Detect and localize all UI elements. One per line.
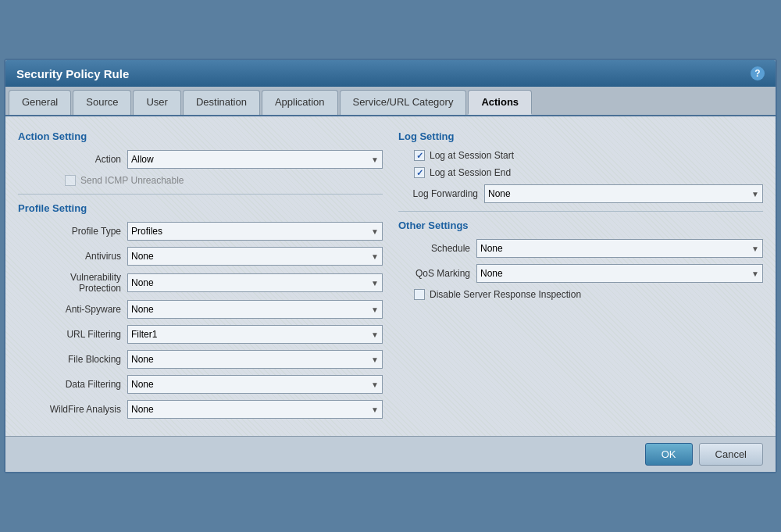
data-filtering-value: None: [131, 379, 368, 390]
qos-label: QoS Marking: [398, 268, 476, 279]
anti-spyware-arrow: ▼: [371, 305, 379, 314]
qos-value: None: [480, 268, 748, 279]
other-settings-title: Other Settings: [398, 220, 763, 231]
divider-2: [398, 211, 763, 212]
tab-source[interactable]: Source: [73, 90, 131, 115]
wildfire-value: None: [131, 404, 368, 415]
file-blocking-row: File Blocking None ▼: [18, 350, 383, 369]
vulnerability-select[interactable]: None ▼: [127, 273, 383, 292]
data-filtering-row: Data Filtering None ▼: [18, 375, 383, 394]
help-icon[interactable]: ?: [751, 66, 765, 80]
vulnerability-row: Vulnerability Protection None ▼: [18, 272, 383, 294]
action-select-arrow: ▼: [371, 155, 379, 164]
log-forwarding-label: Log Forwarding: [398, 188, 484, 199]
send-icmp-label: Send ICMP Unreachable: [80, 175, 184, 186]
ok-button[interactable]: OK: [645, 443, 693, 466]
data-filtering-label: Data Filtering: [18, 379, 127, 390]
action-row: Action Allow ▼: [18, 150, 383, 169]
log-forwarding-value: None: [488, 188, 748, 199]
antivirus-row: Antivirus None ▼: [18, 247, 383, 266]
profile-setting-title: Profile Setting: [18, 202, 383, 214]
anti-spyware-value: None: [131, 304, 368, 315]
schedule-label: Schedule: [398, 243, 476, 254]
wildfire-select[interactable]: None ▼: [127, 400, 383, 419]
data-filtering-select[interactable]: None ▼: [127, 375, 383, 394]
action-label: Action: [18, 154, 127, 165]
log-session-end-label: Log at Session End: [430, 167, 511, 178]
security-policy-dialog: Security Policy Rule ? General Source Us…: [4, 59, 777, 473]
file-blocking-label: File Blocking: [18, 354, 127, 365]
left-column: Action Setting Action Allow ▼ Send ICMP …: [18, 127, 383, 425]
dialog-titlebar: Security Policy Rule ?: [5, 60, 776, 87]
url-filtering-row: URL Filtering Filter1 ▼: [18, 325, 383, 344]
schedule-select[interactable]: None ▼: [476, 239, 763, 258]
disable-server-row: Disable Server Response Inspection: [398, 289, 763, 300]
file-blocking-value: None: [131, 354, 368, 365]
url-filtering-label: URL Filtering: [18, 329, 127, 340]
log-forwarding-arrow: ▼: [751, 190, 759, 198]
url-filtering-select[interactable]: Filter1 ▼: [127, 325, 383, 344]
log-session-end-row: Log at Session End: [398, 167, 763, 178]
file-blocking-select[interactable]: None ▼: [127, 350, 383, 369]
qos-arrow: ▼: [751, 270, 759, 278]
url-filtering-arrow: ▼: [371, 330, 379, 339]
qos-row: QoS Marking None ▼: [398, 264, 763, 283]
action-select[interactable]: Allow ▼: [127, 150, 383, 169]
send-icmp-checkbox[interactable]: [65, 175, 76, 186]
log-forwarding-select[interactable]: None ▼: [484, 184, 763, 203]
disable-server-label: Disable Server Response Inspection: [430, 289, 581, 300]
profile-type-select[interactable]: Profiles ▼: [127, 222, 383, 241]
antivirus-arrow: ▼: [371, 252, 379, 261]
antivirus-select[interactable]: None ▼: [127, 247, 383, 266]
log-session-start-label: Log at Session Start: [430, 150, 514, 161]
schedule-row: Schedule None ▼: [398, 239, 763, 258]
log-session-start-checkbox[interactable]: [414, 150, 425, 161]
wildfire-label: WildFire Analysis: [18, 404, 127, 415]
wildfire-row: WildFire Analysis None ▼: [18, 400, 383, 419]
log-setting-title: Log Setting: [398, 130, 763, 142]
log-session-end-checkbox[interactable]: [414, 167, 425, 178]
cancel-button[interactable]: Cancel: [699, 443, 763, 466]
profile-type-label: Profile Type: [18, 226, 127, 237]
tab-user[interactable]: User: [133, 90, 180, 115]
schedule-value: None: [480, 243, 748, 254]
tab-application[interactable]: Application: [262, 90, 338, 115]
content-area: Action Setting Action Allow ▼ Send ICMP …: [5, 116, 776, 436]
tab-bar: General Source User Destination Applicat…: [5, 87, 776, 116]
right-column: Log Setting Log at Session Start Log at …: [398, 127, 763, 425]
file-blocking-arrow: ▼: [371, 355, 379, 364]
tab-destination[interactable]: Destination: [183, 90, 260, 115]
antivirus-value: None: [131, 251, 368, 262]
data-filtering-arrow: ▼: [371, 380, 379, 389]
dialog-footer: OK Cancel: [5, 436, 776, 472]
send-icmp-row: Send ICMP Unreachable: [18, 175, 383, 186]
log-session-start-row: Log at Session Start: [398, 150, 763, 161]
disable-server-checkbox[interactable]: [414, 289, 425, 300]
profile-type-arrow: ▼: [371, 227, 379, 236]
divider-1: [18, 194, 383, 195]
antivirus-label: Antivirus: [18, 251, 127, 262]
action-select-value: Allow: [131, 154, 368, 165]
qos-select[interactable]: None ▼: [476, 264, 763, 283]
url-filtering-value: Filter1: [131, 329, 368, 340]
anti-spyware-row: Anti-Spyware None ▼: [18, 300, 383, 319]
action-setting-title: Action Setting: [18, 130, 383, 142]
log-forwarding-row: Log Forwarding None ▼: [398, 184, 763, 203]
vulnerability-arrow: ▼: [371, 279, 379, 287]
vulnerability-label: Vulnerability Protection: [18, 272, 127, 294]
anti-spyware-select[interactable]: None ▼: [127, 300, 383, 319]
tab-service-url[interactable]: Service/URL Category: [340, 90, 467, 115]
anti-spyware-label: Anti-Spyware: [18, 304, 127, 315]
tab-actions[interactable]: Actions: [468, 90, 532, 115]
wildfire-arrow: ▼: [371, 405, 379, 414]
profile-type-row: Profile Type Profiles ▼: [18, 222, 383, 241]
vulnerability-value: None: [131, 277, 368, 288]
schedule-arrow: ▼: [751, 245, 759, 253]
dialog-title-text: Security Policy Rule: [16, 67, 129, 80]
tab-general[interactable]: General: [9, 90, 71, 115]
profile-type-value: Profiles: [131, 226, 368, 237]
